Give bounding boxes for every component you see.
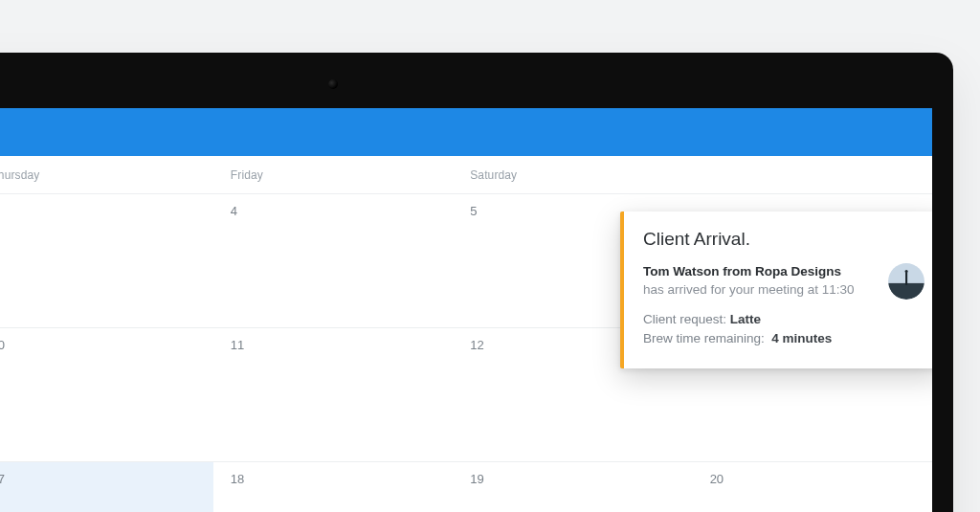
toast-brew-label: Brew time remaining: xyxy=(643,331,765,345)
svg-point-4 xyxy=(905,270,908,273)
toast-request-label: Client request: xyxy=(643,312,726,326)
calendar-header: Friday xyxy=(213,168,453,182)
avatar-image-icon xyxy=(888,263,924,300)
calendar-header: Thursday xyxy=(0,168,213,182)
toast-brew-time: Brew time remaining: 4 minutes xyxy=(643,329,873,348)
calendar-header-row: Wednesday Thursday Friday Saturday xyxy=(0,156,932,194)
calendar-day-cell[interactable]: 3 xyxy=(0,194,213,327)
toast-person-name: Tom Watson from Ropa Designs xyxy=(643,264,841,278)
screen: Wednesday Thursday Friday Saturday 2 3 4… xyxy=(0,108,932,512)
svg-rect-2 xyxy=(888,283,924,300)
toast-request-value: Latte xyxy=(730,312,761,326)
svg-rect-3 xyxy=(905,273,907,285)
calendar-day-cell[interactable]: 19 xyxy=(453,462,692,512)
calendar-day-cell[interactable]: 10 xyxy=(0,328,213,461)
calendar-row: 16 17 18 19 20 xyxy=(0,462,932,512)
calendar-header: Saturday xyxy=(453,168,692,182)
calendar-day-cell-today[interactable]: 17 xyxy=(0,462,213,512)
app-topbar xyxy=(0,108,932,156)
toast-brew-value: 4 minutes xyxy=(771,331,832,345)
avatar xyxy=(888,263,924,300)
client-arrival-toast[interactable]: Client Arrival. xyxy=(620,211,932,368)
calendar-day-cell[interactable]: 4 xyxy=(213,194,453,327)
toast-person-line: Tom Watson from Ropa Designs xyxy=(643,263,873,280)
calendar-day-cell[interactable]: 20 xyxy=(693,462,932,512)
toast-title: Client Arrival. xyxy=(643,229,924,250)
calendar[interactable]: Wednesday Thursday Friday Saturday 2 3 4… xyxy=(0,156,932,512)
toast-arrival-line: has arrived for your meeting at 11:30 xyxy=(643,282,873,297)
monitor-frame: Wednesday Thursday Friday Saturday 2 3 4… xyxy=(0,53,953,512)
calendar-day-cell[interactable]: 11 xyxy=(213,328,453,461)
camera-dot xyxy=(328,79,338,89)
calendar-day-cell[interactable]: 18 xyxy=(213,462,453,512)
toast-client-request: Client request: Latte xyxy=(643,310,873,329)
toast-body: Tom Watson from Ropa Designs has arrived… xyxy=(643,263,924,349)
